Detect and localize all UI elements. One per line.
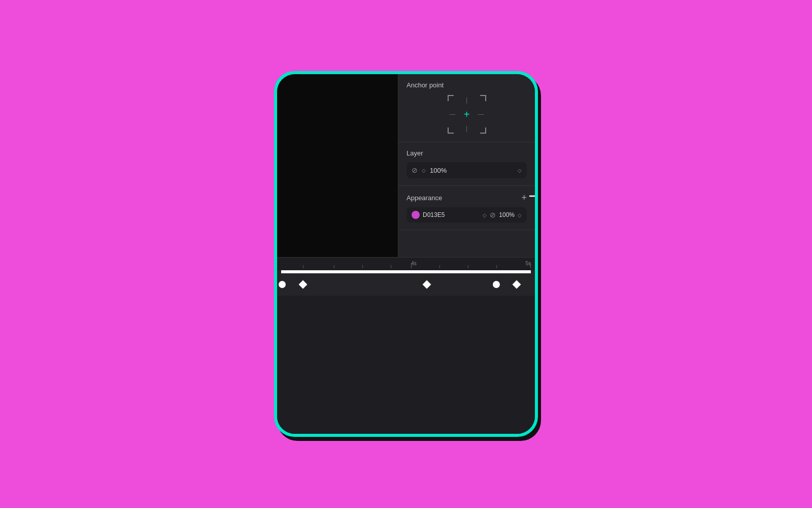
ruler-tick-4s [411,263,412,268]
ruler-tick-3 [362,265,363,268]
ruler-tick-6 [468,265,468,268]
anchor-cell-tr[interactable] [475,94,487,106]
anchor-center-icon: + [464,109,470,120]
ruler-container: 4s 5s [277,258,535,268]
anchor-cell-center[interactable]: + [461,108,473,120]
annotation-arrow [530,181,535,221]
keyframe-diamond-1[interactable] [298,280,307,289]
appearance-add-button[interactable]: + [521,193,527,202]
layer-header: Layer [407,149,527,157]
ruler-tick-7 [496,265,497,268]
keyframes-row [277,273,535,296]
anchor-cell-tl[interactable] [447,94,459,106]
layer-section: Layer ⊘ ◇ 100% ◇ [398,142,535,186]
ruler-tick-2 [334,265,334,268]
anchor-grid[interactable]: | — + — [447,94,487,135]
ruler-tick-5s [530,263,531,268]
timeline-empty [277,296,535,434]
keyframe-diamond-3[interactable] [513,280,521,289]
ruler-label-4s: 4s [411,261,417,266]
color-hex-value: D013E5 [423,211,480,218]
color-swatch[interactable] [412,211,420,219]
anchor-cell-ml[interactable]: — [447,108,459,120]
anchor-point-title: Anchor point [407,81,444,89]
anchor-cell-bc[interactable]: | [461,122,473,135]
layer-opacity-value: 100% [430,167,514,174]
ruler-tick-4 [391,265,391,268]
anchor-point-section: Anchor point | — + [398,74,535,142]
appearance-header: Appearance + [407,193,527,202]
anchor-cell-tc[interactable]: | [461,94,473,106]
keyframe-diamond-2[interactable] [422,280,431,289]
appearance-row[interactable]: D013E5 ◇ ⊘ 100% ◇ [407,207,527,223]
keyframe-circle-2[interactable] [493,281,500,288]
anchor-point-header: Anchor point [407,81,527,89]
appearance-title: Appearance [407,194,442,202]
appearance-opacity-value: 100% [499,211,515,218]
canvas-preview[interactable] [277,74,398,257]
blend-mode-icon[interactable]: ⊘ [412,166,418,174]
canvas-area: Anchor point | — + [277,74,535,257]
appearance-opacity-diamond: ◇ [518,212,522,218]
timeline-area: 4s 5s [277,257,535,434]
device-frame: Anchor point | — + [274,71,538,437]
blend-diamond-icon: ◇ [422,168,426,173]
layer-row[interactable]: ⊘ ◇ 100% ◇ [407,162,527,178]
anchor-cell-bl[interactable] [447,122,459,135]
ruler-tick-5 [439,265,440,268]
timeline-ruler: 4s 5s [277,257,535,270]
anchor-cell-br[interactable] [475,122,487,135]
right-panel: Anchor point | — + [398,74,535,257]
anchor-cell-mr[interactable]: — [475,108,487,120]
keyframe-circle-1[interactable] [279,281,286,288]
opacity-diamond-icon: ◇ [518,168,522,173]
appearance-blend-icon[interactable]: ⊘ [490,211,496,219]
color-diamond-icon: ◇ [483,212,487,218]
appearance-section: Appearance + D013E5 ◇ ⊘ 100% ◇ [398,186,535,230]
layer-title: Layer [407,149,423,157]
device-inner: Anchor point | — + [277,74,535,434]
ruler-tick-1 [303,265,303,268]
